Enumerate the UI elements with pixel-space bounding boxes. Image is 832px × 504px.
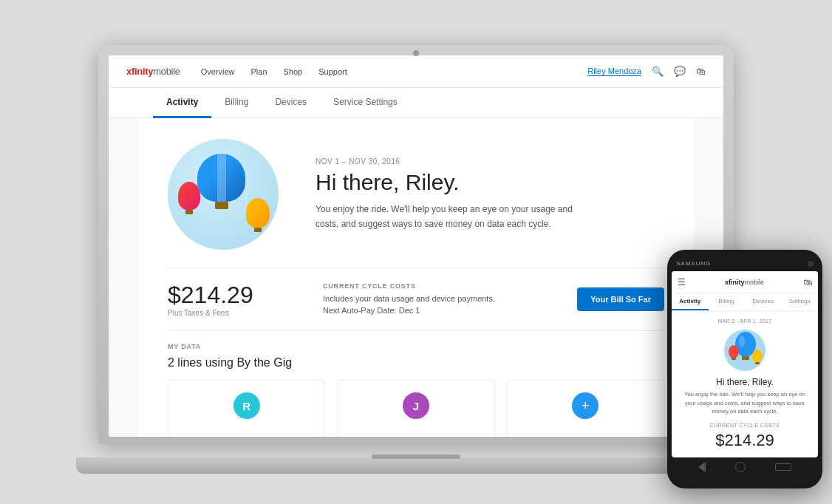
billing-dollar: $214.29 bbox=[168, 282, 301, 309]
phone-tab-settings[interactable]: Settings bbox=[782, 293, 819, 310]
chat-icon[interactable]: 💬 bbox=[674, 66, 686, 77]
nav-shop[interactable]: Shop bbox=[284, 67, 303, 76]
main-balloon-basket bbox=[215, 202, 228, 209]
bill-so-far-button[interactable]: Your Bill So Far bbox=[577, 287, 664, 311]
xfinity-logo: xfinitymobile bbox=[126, 66, 180, 77]
hero-greeting: Hi there, Riley. bbox=[316, 170, 582, 195]
billing-section-title: CURRENT CYCLE COSTS bbox=[323, 282, 577, 290]
svg-point-4 bbox=[729, 345, 739, 358]
avatar-r: R bbox=[233, 392, 260, 419]
billing-line2: Next Auto-Pay Date: Dec 1 bbox=[323, 304, 577, 317]
user-name[interactable]: Riley Mendoza bbox=[587, 67, 641, 76]
user-cards: R J + bbox=[168, 380, 664, 437]
nav-links: Overview Plan Shop Support bbox=[201, 67, 588, 76]
phone-device: SAMSUNG ☰ xfinitymobile 🛍 Activity bbox=[667, 250, 822, 488]
avatar-plus: + bbox=[572, 392, 599, 419]
billing-details: CURRENT CYCLE COSTS Includes your data u… bbox=[301, 282, 577, 317]
nav-right: Riley Mendoza 🔍 💬 🛍 bbox=[587, 66, 706, 77]
phone-bottom-bar bbox=[672, 457, 818, 477]
phone-billing-amount: $214.29 bbox=[681, 431, 809, 450]
hero-date: NOV 1 – NOV 30, 2016 bbox=[316, 157, 582, 166]
phone-logo: xfinitymobile bbox=[725, 279, 764, 286]
phone-billing-title: CURRENT CYCLE COSTS bbox=[681, 423, 809, 428]
phone-tab-billing[interactable]: Billing bbox=[709, 293, 746, 310]
svg-point-6 bbox=[752, 350, 763, 363]
phone-tab-activity[interactable]: Activity bbox=[672, 293, 709, 310]
svg-point-2 bbox=[739, 336, 745, 347]
phone-camera bbox=[808, 261, 814, 267]
phone-screen: ☰ xfinitymobile 🛍 Activity Billing Devic… bbox=[672, 271, 818, 457]
my-data-label: MY DATA bbox=[168, 343, 664, 350]
phone-main-content: MAR 2 - APR 1, 2017 bbox=[672, 311, 818, 457]
laptop-device: xfinitymobile Overview Plan Shop Support… bbox=[98, 45, 734, 474]
phone-date: MAR 2 - APR 1, 2017 bbox=[681, 319, 809, 324]
user-card-empty: + bbox=[507, 380, 664, 437]
user-card-j[interactable]: J bbox=[337, 380, 494, 437]
phone-tab-bar: Activity Billing Devices Settings bbox=[672, 293, 818, 311]
phone-tab-devices[interactable]: Devices bbox=[745, 293, 782, 310]
phone-balloon bbox=[681, 328, 809, 372]
balloon-stripe bbox=[217, 154, 226, 202]
tab-service-settings[interactable]: Service Settings bbox=[320, 88, 411, 118]
my-data-subtitle: 2 lines using By the Gig bbox=[168, 356, 664, 370]
phone-menu-icon[interactable]: ☰ bbox=[678, 277, 686, 287]
phone-cart-icon[interactable]: 🛍 bbox=[803, 277, 812, 287]
svg-rect-7 bbox=[755, 362, 760, 364]
phone-balloon-svg bbox=[719, 328, 771, 372]
phone-navbar: ☰ xfinitymobile 🛍 bbox=[672, 271, 818, 293]
tab-bar: Activity Billing Devices Service Setting… bbox=[109, 88, 723, 118]
phone-back-button[interactable] bbox=[698, 462, 706, 472]
search-icon[interactable]: 🔍 bbox=[652, 66, 664, 77]
balloon-illustration bbox=[168, 139, 286, 250]
main-balloon bbox=[197, 154, 245, 213]
phone-top-bar: SAMSUNG bbox=[672, 260, 818, 271]
tab-activity[interactable]: Activity bbox=[153, 88, 211, 118]
svg-rect-5 bbox=[732, 358, 736, 360]
main-content: NOV 1 – NOV 30, 2016 Hi there, Riley. Yo… bbox=[109, 118, 723, 437]
hero-body: You enjoy the ride. We'll help you keep … bbox=[316, 202, 582, 231]
laptop-base bbox=[76, 457, 756, 474]
my-data-section: MY DATA 2 lines using By the Gig R J bbox=[168, 343, 664, 437]
billing-line1: Includes your data usage and device paym… bbox=[323, 293, 577, 305]
right-balloon-basket bbox=[254, 228, 262, 232]
phone-hero-greeting: Hi there, Riley. bbox=[681, 377, 809, 387]
phone-shell: SAMSUNG ☰ xfinitymobile 🛍 Activity bbox=[667, 250, 822, 488]
left-balloon-basket bbox=[185, 210, 193, 214]
phone-recents-button[interactable] bbox=[775, 463, 791, 471]
left-balloon-top bbox=[178, 182, 200, 210]
hero-text: NOV 1 – NOV 30, 2016 Hi there, Riley. Yo… bbox=[316, 157, 582, 231]
phone-brand: SAMSUNG bbox=[676, 260, 711, 267]
avatar-j: J bbox=[403, 392, 429, 419]
billing-bar: $214.29 Plus Taxes & Fees CURRENT CYCLE … bbox=[168, 268, 664, 331]
tab-devices[interactable]: Devices bbox=[262, 88, 320, 118]
nav-plan[interactable]: Plan bbox=[251, 67, 267, 76]
billing-amount-section: $214.29 Plus Taxes & Fees bbox=[168, 282, 301, 317]
tab-billing[interactable]: Billing bbox=[211, 88, 262, 118]
nav-support[interactable]: Support bbox=[318, 67, 347, 76]
laptop-screen: xfinitymobile Overview Plan Shop Support… bbox=[109, 55, 723, 437]
phone-hero-body: You enjoy the ride. We'll help you keep … bbox=[681, 390, 809, 415]
phone-home-button[interactable] bbox=[735, 462, 746, 472]
user-card-r[interactable]: R bbox=[168, 380, 325, 437]
svg-rect-3 bbox=[742, 356, 749, 360]
content-card: NOV 1 – NOV 30, 2016 Hi there, Riley. Yo… bbox=[138, 118, 694, 437]
main-balloon-top bbox=[197, 154, 245, 202]
laptop-shell: xfinitymobile Overview Plan Shop Support… bbox=[98, 45, 734, 444]
balloon-background bbox=[168, 139, 279, 250]
hero-section: NOV 1 – NOV 30, 2016 Hi there, Riley. Yo… bbox=[168, 139, 664, 250]
right-balloon bbox=[246, 198, 270, 232]
cart-icon[interactable]: 🛍 bbox=[696, 66, 706, 77]
laptop-hinge bbox=[372, 454, 460, 459]
left-balloon bbox=[178, 182, 200, 214]
laptop-camera bbox=[413, 50, 419, 56]
nav-overview[interactable]: Overview bbox=[201, 67, 235, 76]
billing-taxes-label: Plus Taxes & Fees bbox=[168, 309, 301, 317]
right-balloon-top bbox=[246, 198, 270, 228]
laptop-navbar: xfinitymobile Overview Plan Shop Support… bbox=[109, 55, 723, 88]
